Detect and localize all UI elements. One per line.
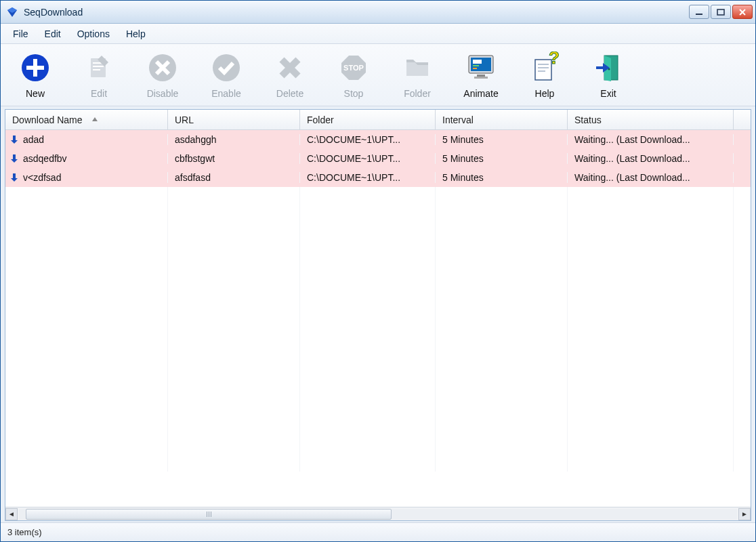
menu-options[interactable]: Options xyxy=(69,26,118,42)
row-interval: 5 Minutes xyxy=(436,172,568,183)
download-arrow-icon xyxy=(9,173,19,182)
delete-label: Delete xyxy=(276,88,303,99)
row-interval: 5 Minutes xyxy=(436,134,568,145)
x-icon xyxy=(274,51,306,84)
horizontal-scrollbar[interactable]: ◄ ► xyxy=(5,507,751,520)
download-arrow-icon xyxy=(9,154,19,163)
minimize-button[interactable] xyxy=(689,5,709,19)
column-download-name[interactable]: Download Name xyxy=(5,110,168,129)
svg-rect-24 xyxy=(473,60,482,64)
delete-button[interactable]: Delete xyxy=(258,45,322,105)
empty-grid xyxy=(5,187,751,472)
row-url: asdahggh xyxy=(168,134,300,145)
x-circle-icon xyxy=(146,51,179,84)
svg-rect-40 xyxy=(13,154,16,159)
svg-rect-2 xyxy=(696,14,702,15)
svg-rect-26 xyxy=(473,68,477,69)
table-body[interactable]: adad asdahggh C:\DOCUME~1\UPT... 5 Minut… xyxy=(5,130,751,507)
enable-button[interactable]: Enable xyxy=(194,45,258,105)
plus-circle-icon xyxy=(19,51,51,84)
row-folder: C:\DOCUME~1\UPT... xyxy=(300,134,436,145)
help-label: Help xyxy=(535,88,555,99)
row-folder: C:\DOCUME~1\UPT... xyxy=(300,172,436,183)
folder-button[interactable]: Folder xyxy=(385,45,449,105)
row-status: Waiting... (Last Download... xyxy=(568,153,734,164)
disable-label: Disable xyxy=(147,88,179,99)
edit-button[interactable]: Edit xyxy=(67,45,131,105)
row-status: Waiting... (Last Download... xyxy=(568,134,734,145)
svg-rect-12 xyxy=(93,69,100,70)
svg-text:?: ? xyxy=(549,51,560,68)
svg-rect-42 xyxy=(13,173,16,178)
titlebar[interactable]: SeqDownload xyxy=(1,1,755,24)
table-row[interactable]: adad asdahggh C:\DOCUME~1\UPT... 5 Minut… xyxy=(5,130,751,149)
svg-rect-8 xyxy=(26,66,44,70)
column-status[interactable]: Status xyxy=(568,110,734,129)
stop-label: Stop xyxy=(344,88,364,99)
svg-marker-39 xyxy=(11,140,18,144)
row-name: adad xyxy=(23,134,44,145)
scroll-right-button[interactable]: ► xyxy=(738,508,751,520)
table-row[interactable]: v<zdfsad afsdfasd C:\DOCUME~1\UPT... 5 M… xyxy=(5,168,751,187)
svg-rect-28 xyxy=(474,77,488,79)
app-icon xyxy=(6,6,18,18)
scroll-thumb[interactable] xyxy=(26,509,392,520)
column-folder[interactable]: Folder xyxy=(300,110,436,129)
disable-button[interactable]: Disable xyxy=(131,45,194,105)
folder-icon xyxy=(401,51,434,84)
row-name: asdqedfbv xyxy=(23,153,67,164)
help-icon: ? xyxy=(528,51,561,84)
row-url: cbfbstgwt xyxy=(168,153,300,164)
row-folder: C:\DOCUME~1\UPT... xyxy=(300,153,436,164)
row-status: Waiting... (Last Download... xyxy=(568,172,734,183)
column-url[interactable]: URL xyxy=(168,110,300,129)
folder-label: Folder xyxy=(404,88,431,99)
enable-label: Enable xyxy=(211,88,241,99)
app-window: SeqDownload File Edit Options Help New xyxy=(0,0,756,542)
exit-label: Exit xyxy=(600,88,616,99)
svg-rect-38 xyxy=(13,136,16,140)
svg-rect-3 xyxy=(717,9,724,15)
table-row[interactable]: asdqedfbv cbfbstgwt C:\DOCUME~1\UPT... 5… xyxy=(5,149,751,168)
svg-marker-41 xyxy=(11,159,18,163)
help-button[interactable]: ? Help xyxy=(513,45,576,105)
row-interval: 5 Minutes xyxy=(436,153,568,164)
edit-document-icon xyxy=(83,51,115,84)
row-name: v<zdfsad xyxy=(23,172,61,183)
window-controls xyxy=(689,5,753,19)
window-title: SeqDownload xyxy=(24,7,689,18)
status-text: 3 item(s) xyxy=(7,527,42,537)
menu-edit[interactable]: Edit xyxy=(37,26,69,42)
exit-button[interactable]: Exit xyxy=(576,45,640,105)
menu-file[interactable]: File xyxy=(5,26,37,42)
svg-rect-11 xyxy=(93,66,104,67)
close-button[interactable] xyxy=(732,5,753,19)
exit-door-icon xyxy=(592,51,625,84)
new-label: New xyxy=(26,88,45,99)
stop-button[interactable]: STOP Stop xyxy=(322,45,385,105)
table-header: Download Name URL Folder Interval Status xyxy=(5,110,751,130)
check-circle-icon xyxy=(210,51,243,84)
scroll-left-button[interactable]: ◄ xyxy=(5,508,18,520)
svg-rect-31 xyxy=(538,67,549,68)
statusbar: 3 item(s) xyxy=(1,522,755,541)
maximize-button[interactable] xyxy=(711,5,731,19)
svg-rect-27 xyxy=(477,75,485,77)
menu-help[interactable]: Help xyxy=(118,26,154,42)
toolbar: New Edit Disable Enable Delete xyxy=(1,44,755,106)
svg-text:STOP: STOP xyxy=(343,64,364,72)
svg-rect-32 xyxy=(538,70,545,72)
new-button[interactable]: New xyxy=(3,45,67,105)
row-url: afsdfasd xyxy=(168,172,300,183)
svg-rect-25 xyxy=(473,65,479,66)
animate-button[interactable]: Animate xyxy=(449,45,513,105)
stop-sign-icon: STOP xyxy=(337,51,370,84)
svg-rect-30 xyxy=(538,64,549,65)
edit-label: Edit xyxy=(91,88,107,99)
column-interval[interactable]: Interval xyxy=(436,110,568,129)
svg-marker-43 xyxy=(11,178,18,182)
list-view: Download Name URL Folder Interval Status… xyxy=(5,109,751,521)
scroll-track[interactable] xyxy=(19,509,737,520)
monitor-icon xyxy=(465,51,497,84)
download-arrow-icon xyxy=(9,135,19,144)
